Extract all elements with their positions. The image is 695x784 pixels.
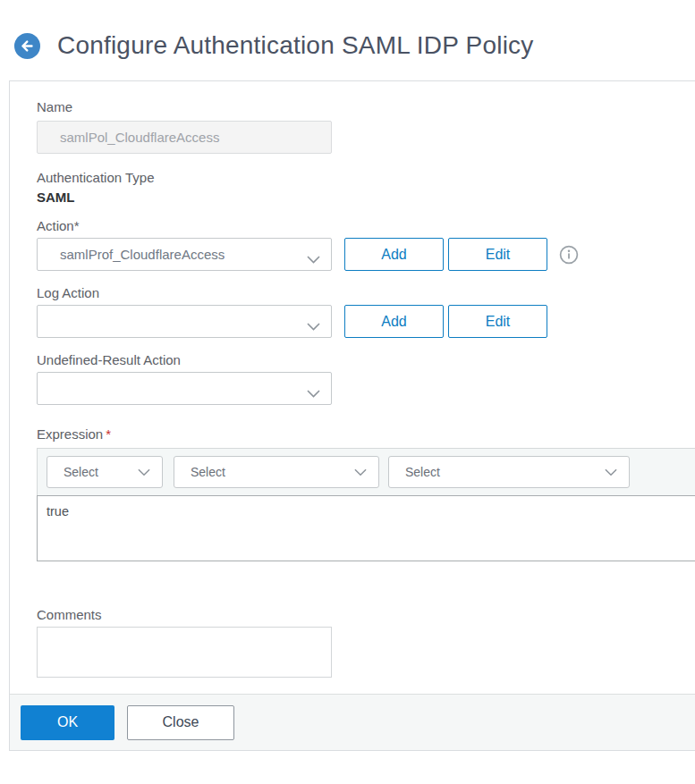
action-edit-button[interactable]: Edit [448, 238, 547, 271]
comments-field: Comments [37, 607, 695, 678]
log-action-add-button[interactable]: Add [344, 305, 444, 338]
expression-label: Expression* [37, 426, 695, 443]
log-action-label: Log Action [37, 285, 695, 301]
action-select-value: samlProf_CloudflareAccess [60, 247, 225, 262]
page-title: Configure Authentication SAML IDP Policy [57, 31, 534, 60]
comments-textarea[interactable] [37, 627, 332, 678]
action-add-button[interactable]: Add [344, 238, 444, 271]
log-action-edit-button[interactable]: Edit [448, 305, 547, 338]
name-input[interactable] [37, 121, 332, 154]
action-label: Action* [37, 218, 695, 234]
expression-select-1[interactable]: Select [47, 456, 163, 488]
authentication-type-value: SAML [37, 190, 695, 206]
log-action-select[interactable] [37, 305, 332, 338]
ok-button[interactable]: OK [21, 705, 114, 740]
undefined-result-action-label: Undefined-Result Action [37, 352, 695, 368]
name-label: Name [37, 99, 695, 115]
name-field: Name [37, 99, 695, 154]
dialog-header: Configure Authentication SAML IDP Policy [0, 0, 695, 80]
expression-builder-toolbar: Select Select Select [37, 448, 695, 496]
close-button[interactable]: Close [127, 705, 234, 740]
dialog-footer: OK Close [10, 694, 695, 750]
chevron-down-icon [307, 385, 320, 401]
expression-select-3[interactable]: Select [388, 456, 630, 488]
undefined-result-action-select[interactable] [37, 372, 332, 405]
authentication-type-field: Authentication Type SAML [37, 170, 695, 206]
chevron-down-icon [307, 251, 320, 267]
required-marker: * [106, 426, 111, 442]
authentication-type-label: Authentication Type [37, 170, 695, 186]
chevron-down-icon [354, 464, 367, 480]
expression-select-2[interactable]: Select [174, 456, 379, 488]
undefined-result-action-field: Undefined-Result Action [37, 352, 695, 405]
log-action-field: Log Action Add Edit [37, 285, 695, 338]
chevron-down-icon [605, 464, 617, 480]
back-button[interactable] [14, 33, 40, 59]
action-select[interactable]: samlProf_CloudflareAccess [37, 238, 332, 271]
chevron-down-icon [307, 318, 320, 334]
expression-textarea[interactable]: true [37, 495, 695, 561]
action-field: Action* samlProf_CloudflareAccess Add Ed… [37, 218, 695, 271]
form-panel: Name Authentication Type SAML Action* sa… [9, 80, 695, 751]
configure-saml-idp-policy-dialog: Configure Authentication SAML IDP Policy… [0, 0, 695, 784]
info-icon[interactable] [559, 245, 579, 265]
arrow-left-icon [14, 48, 40, 62]
comments-label: Comments [37, 607, 695, 623]
expression-field: Expression* Select Select [37, 426, 695, 561]
chevron-down-icon [138, 464, 150, 480]
